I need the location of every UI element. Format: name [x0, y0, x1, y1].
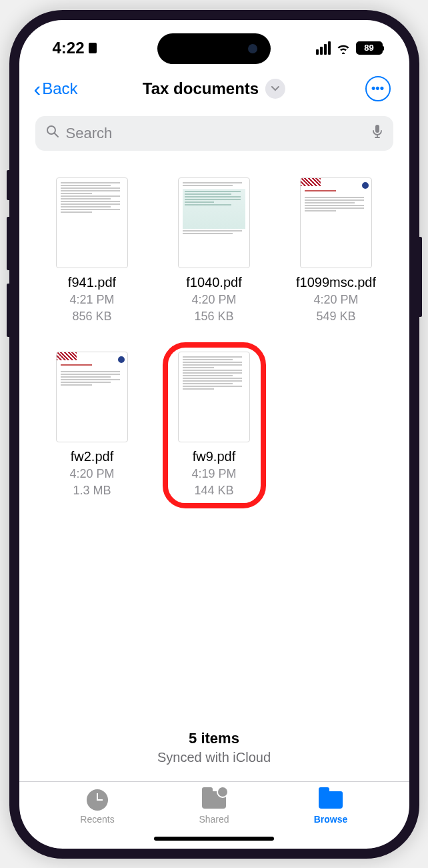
back-button[interactable]: ‹ Back [34, 78, 78, 99]
side-button [419, 237, 422, 317]
file-size: 156 KB [194, 308, 233, 325]
ellipsis-icon: ••• [371, 81, 384, 95]
tab-label: Recents [80, 814, 114, 825]
tab-label: Shared [199, 814, 229, 825]
tab-bar: Recents Shared Browse [19, 781, 409, 830]
file-name: fw9.pdf [193, 449, 235, 464]
file-name: fw2.pdf [71, 449, 113, 464]
clock-icon [87, 789, 108, 811]
status-indicators: 89 [316, 41, 383, 55]
items-count: 5 items [19, 730, 409, 747]
file-thumbnail [300, 177, 372, 268]
file-item[interactable]: f1040.pdf 4:20 PM 156 KB [160, 177, 269, 325]
chevron-down-icon [265, 79, 285, 99]
status-time: 4:22 [53, 39, 97, 57]
file-thumbnail [178, 352, 250, 442]
file-thumbnail [178, 177, 250, 268]
phone-frame: 4:22 89 ‹ Back Tax documents ••• [9, 10, 419, 859]
nav-bar: ‹ Back Tax documents ••• [19, 68, 409, 112]
files-grid: f941.pdf 4:21 PM 856 KB f1040.pdf 4:20 P… [19, 164, 409, 718]
file-size: 856 KB [72, 308, 111, 325]
search-input[interactable] [66, 125, 365, 142]
mic-icon[interactable] [372, 124, 383, 143]
wifi-icon [336, 42, 351, 54]
cellular-icon [316, 41, 331, 55]
file-name: f1040.pdf [186, 275, 241, 290]
card-icon [89, 43, 97, 53]
side-button [7, 284, 9, 337]
svg-point-0 [47, 126, 55, 134]
tab-label: Browse [314, 814, 348, 825]
file-time: 4:20 PM [313, 292, 358, 308]
file-thumbnail [56, 352, 128, 442]
chevron-left-icon: ‹ [34, 78, 41, 99]
page-title: Tax documents [143, 79, 259, 98]
file-item[interactable]: fw2.pdf 4:20 PM 1.3 MB [38, 352, 147, 499]
file-time: 4:21 PM [69, 292, 114, 308]
more-button[interactable]: ••• [365, 76, 391, 101]
dynamic-island [157, 33, 271, 64]
file-time: 4:20 PM [191, 292, 236, 308]
file-size: 549 KB [316, 308, 355, 325]
shared-folder-icon [202, 791, 226, 809]
sync-status: Synced with iCloud [19, 750, 409, 765]
side-button [7, 170, 9, 200]
battery-level: 89 [364, 43, 373, 53]
tab-shared[interactable]: Shared [181, 789, 247, 825]
file-item-highlighted[interactable]: fw9.pdf 4:19 PM 144 KB [160, 352, 269, 499]
home-indicator[interactable] [154, 837, 274, 841]
battery-icon: 89 [356, 41, 383, 55]
file-name: f941.pdf [68, 275, 116, 290]
file-time: 4:19 PM [191, 466, 236, 482]
time-label: 4:22 [53, 39, 85, 57]
search-bar[interactable] [35, 116, 393, 151]
tab-browse[interactable]: Browse [297, 789, 364, 825]
file-name: f1099msc.pdf [296, 275, 376, 290]
tab-recents[interactable]: Recents [64, 789, 131, 825]
file-time: 4:20 PM [69, 466, 114, 482]
search-icon [46, 125, 59, 142]
file-item[interactable]: f1099msc.pdf 4:20 PM 549 KB [282, 177, 391, 325]
svg-rect-2 [375, 125, 379, 133]
phone-screen: 4:22 89 ‹ Back Tax documents ••• [19, 20, 409, 849]
title-wrap[interactable]: Tax documents [143, 79, 285, 99]
file-item[interactable]: f941.pdf 4:21 PM 856 KB [38, 177, 147, 325]
file-size: 1.3 MB [73, 482, 111, 499]
back-label: Back [42, 79, 77, 98]
file-size: 144 KB [194, 482, 233, 499]
side-button [7, 217, 9, 270]
file-thumbnail [56, 177, 128, 268]
footer-summary: 5 items Synced with iCloud [19, 718, 409, 781]
folder-icon [319, 791, 343, 809]
svg-line-1 [55, 133, 58, 137]
